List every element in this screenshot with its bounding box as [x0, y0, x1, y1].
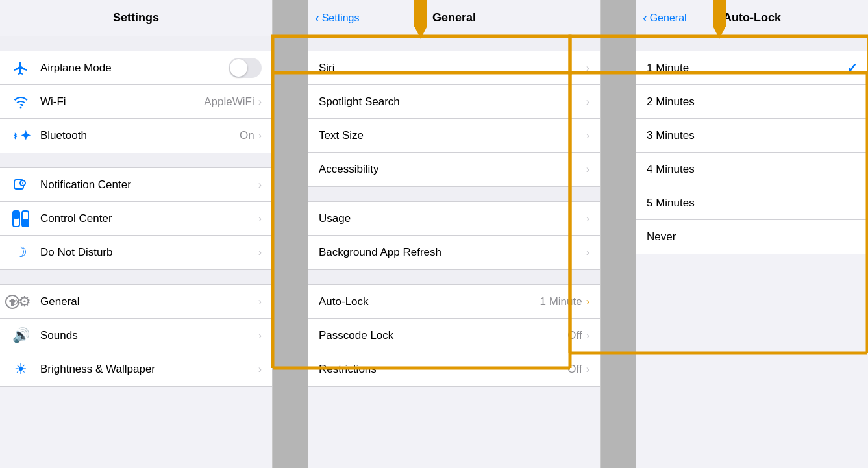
general-item-passcode[interactable]: Passcode Lock Off › [308, 319, 600, 352]
general-gap-1 [308, 36, 600, 51]
autolock-label: Auto-Lock [319, 295, 539, 308]
general-gap-3 [308, 270, 600, 284]
general-back-button[interactable]: ‹ Settings [315, 10, 359, 25]
general-item-autolock[interactable]: Auto-Lock 1 Minute › [308, 285, 600, 319]
control-chevron: › [258, 213, 262, 225]
settings-item-control[interactable]: Control Center › [0, 202, 272, 236]
option-3min-label: 3 Minutes [647, 129, 858, 142]
bgapprefresh-chevron: › [586, 247, 589, 258]
autolock-value: 1 Minute [539, 295, 582, 308]
option-1min-label: 1 Minute [647, 62, 847, 75]
usage-chevron: › [586, 213, 589, 225]
autolock-option-5min[interactable]: 5 Minutes [636, 186, 868, 220]
autolock-option-4min[interactable]: 4 Minutes [636, 153, 868, 186]
accessibility-chevron: › [586, 164, 589, 175]
general-item-spotlight[interactable]: Spotlight Search › [308, 85, 600, 119]
bluetooth-label: Bluetooth [40, 129, 240, 142]
section-gap-2 [0, 153, 272, 167]
svg-rect-6 [13, 211, 19, 219]
airplane-toggle-knob [230, 59, 247, 77]
svg-point-0 [20, 106, 22, 108]
donotdisturb-label: Do Not Disturb [40, 246, 258, 259]
autolock-option-1min[interactable]: 1 Minute ✓ [636, 51, 868, 85]
wifi-value: AppleWiFi [204, 95, 254, 108]
general-item-bgapprefresh[interactable]: Background App Refresh › [308, 236, 600, 269]
notification-icon [10, 175, 31, 195]
autolock-back-button[interactable]: ‹ General [643, 10, 687, 25]
option-2min-label: 2 Minutes [647, 95, 858, 108]
sounds-label: Sounds [40, 329, 258, 342]
autolock-option-3min[interactable]: 3 Minutes [636, 119, 868, 153]
general-item-restrictions[interactable]: Restrictions Off › [308, 352, 600, 386]
settings-item-notification[interactable]: Notification Center › [0, 168, 272, 202]
wifi-chevron: › [258, 96, 262, 108]
accessibility-label: Accessibility [319, 163, 586, 176]
settings-item-brightness[interactable]: ☀ Brightness & Wallpaper › [0, 352, 272, 386]
donotdisturb-chevron: › [258, 247, 262, 258]
general-group3: Auto-Lock 1 Minute › Passcode Lock Off ›… [308, 284, 600, 387]
brightness-icon: ☀ [10, 359, 31, 380]
settings-title: Settings [113, 11, 159, 25]
siri-label: Siri [319, 62, 586, 75]
spotlight-chevron: › [586, 96, 589, 108]
section-gap-1 [0, 36, 272, 51]
bluetooth-value: On [240, 129, 254, 142]
sounds-chevron: › [258, 330, 262, 341]
settings-group1: Airplane Mode Wi-Fi AppleWiFi › ✦ Blueto… [0, 51, 272, 153]
option-4min-label: 4 Minutes [647, 163, 858, 176]
settings-item-bluetooth[interactable]: ✦ Bluetooth On › [0, 119, 272, 153]
settings-panel: Settings Airplane Mode Wi-Fi AppleWiFi [0, 0, 273, 468]
wifi-icon [10, 92, 31, 112]
notification-chevron: › [258, 179, 262, 191]
general-gap-2 [308, 187, 600, 201]
passcode-label: Passcode Lock [319, 329, 567, 342]
autolock-option-never[interactable]: Never [636, 220, 868, 254]
option-5min-label: 5 Minutes [647, 197, 858, 210]
settings-item-general[interactable]: ⚙ General › [0, 285, 272, 319]
brightness-chevron: › [258, 363, 262, 375]
bluetooth-chevron: › [258, 130, 262, 142]
general-item-textsize[interactable]: Text Size › [308, 119, 600, 153]
general-item-siri[interactable]: Siri › [308, 51, 600, 85]
general-back-label: Settings [322, 12, 360, 24]
option-1min-checkmark: ✓ [847, 60, 858, 76]
airplane-label: Airplane Mode [40, 62, 229, 75]
settings-group2: Notification Center › Control Center › ☽… [0, 167, 272, 270]
usage-label: Usage [319, 212, 586, 225]
restrictions-label: Restrictions [319, 363, 567, 376]
textsize-chevron: › [586, 130, 589, 142]
section-gap-3 [0, 270, 272, 284]
textsize-label: Text Size [319, 129, 586, 142]
brightness-label: Brightness & Wallpaper [40, 363, 258, 376]
general-nav-bar: ‹ Settings General [308, 0, 600, 36]
general-item-accessibility[interactable]: Accessibility › [308, 153, 600, 186]
autolock-back-label: General [650, 12, 687, 24]
general-panel: ‹ Settings General Siri › Spotlight Sear… [308, 0, 601, 468]
settings-item-airplane[interactable]: Airplane Mode [0, 51, 272, 85]
passcode-value: Off [567, 329, 582, 342]
autolock-title: Auto-Lock [723, 11, 781, 25]
donotdisturb-icon: ☽ [10, 242, 31, 263]
airplane-icon [10, 58, 31, 79]
autolock-option-2min[interactable]: 2 Minutes [636, 85, 868, 119]
bluetooth-icon: ✦ [10, 125, 31, 146]
svg-point-4 [22, 182, 23, 184]
spacer-1 [273, 0, 308, 468]
general-item-usage[interactable]: Usage › [308, 202, 600, 236]
autolock-back-chevron: ‹ [643, 10, 647, 25]
spotlight-label: Spotlight Search [319, 95, 586, 108]
airplane-toggle[interactable] [229, 58, 262, 78]
settings-item-donotdisturb[interactable]: ☽ Do Not Disturb › [0, 236, 272, 269]
settings-title-bar: Settings [0, 0, 272, 36]
siri-chevron: › [586, 62, 589, 74]
autolock-chevron: › [586, 296, 589, 308]
general-title: General [432, 11, 476, 25]
general-chevron: › [258, 296, 262, 308]
settings-item-sounds[interactable]: 🔊 Sounds › [0, 319, 272, 352]
general-label: General [40, 295, 258, 308]
restrictions-chevron: › [586, 363, 589, 375]
bgapprefresh-label: Background App Refresh [319, 246, 586, 259]
settings-item-wifi[interactable]: Wi-Fi AppleWiFi › [0, 85, 272, 119]
autolock-options: 1 Minute ✓ 2 Minutes 3 Minutes 4 Minutes… [636, 51, 868, 254]
general-group2: Usage › Background App Refresh › [308, 201, 600, 270]
